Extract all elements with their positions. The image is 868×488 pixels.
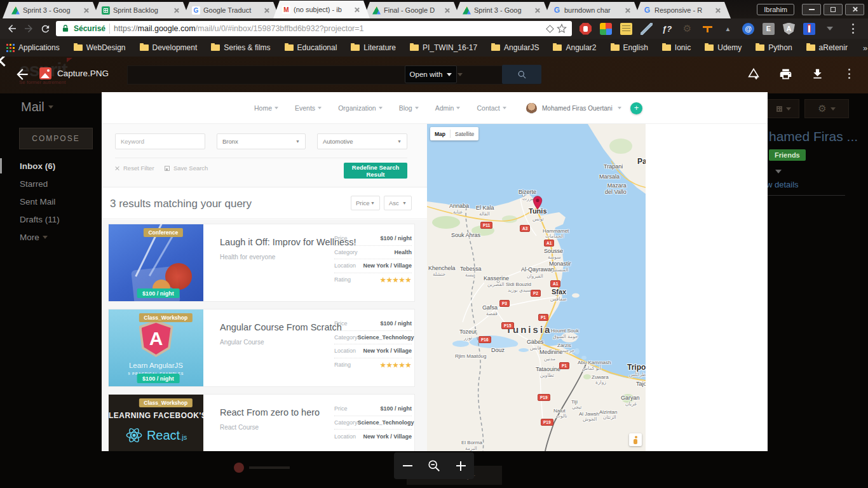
browser-profile-button[interactable]: Ibrahim — [757, 4, 794, 15]
omnibox-action-icon[interactable] — [546, 25, 554, 33]
chevron-down-icon[interactable] — [824, 23, 836, 35]
angular-thumbnail[interactable]: Class_WorkshopALearn AngularJS5 PRACTICA… — [109, 309, 203, 386]
forward-button[interactable] — [20, 20, 37, 37]
print-button[interactable] — [778, 66, 793, 81]
location-select[interactable]: Bronx▼ — [217, 133, 306, 149]
back-button[interactable] — [4, 20, 20, 37]
map-type-satellite[interactable]: Satellite — [451, 131, 478, 137]
gear-icon[interactable]: ⚙ — [681, 23, 693, 35]
zoom-reset-button[interactable] — [424, 456, 444, 475]
google-plus-icon[interactable] — [600, 23, 612, 35]
adblock-icon[interactable] — [580, 23, 592, 35]
listing-title[interactable]: Angular Course From Scratch — [220, 322, 342, 332]
keyword-input[interactable] — [115, 133, 205, 149]
bookmark-folder[interactable]: Python — [756, 43, 792, 52]
add-to-drive-button[interactable] — [746, 66, 761, 81]
category-select[interactable]: Automotive▼ — [317, 133, 407, 149]
address-bar[interactable]: Sécurisé https://mail.google.com/mail/u/… — [56, 21, 572, 36]
bookmark-folder[interactable]: PI_TWIN_16-17 — [410, 43, 477, 52]
browser-tab[interactable]: Final - Google D — [363, 2, 460, 18]
sort-direction-select[interactable]: Asc▼ — [384, 196, 412, 210]
bookmark-folder[interactable]: English — [611, 43, 648, 52]
bookmarks-overflow-chevron[interactable]: » — [863, 43, 867, 53]
eyedropper-icon[interactable] — [641, 23, 653, 35]
more-options-button[interactable] — [841, 66, 857, 81]
download-button[interactable] — [810, 66, 825, 81]
sort-field-select[interactable]: Price▼ — [351, 196, 380, 210]
bookmark-folder[interactable]: Ionic — [662, 43, 691, 52]
zoom-out-button[interactable] — [398, 456, 417, 475]
tab-close-icon[interactable] — [444, 8, 450, 13]
listing-title[interactable]: React From zero to hero — [220, 407, 320, 417]
tampermonkey-icon[interactable] — [702, 23, 714, 35]
add-listing-button[interactable]: + — [630, 102, 642, 114]
browser-tab[interactable]: Sprint 3 - Goog — [3, 2, 99, 18]
tab-close-icon[interactable] — [715, 8, 721, 13]
user-menu[interactable]: Mohamed Firas Ouertani — [526, 92, 621, 124]
browser-tab[interactable]: Google Traduct — [183, 2, 280, 18]
map-marker-pin[interactable] — [532, 196, 543, 212]
react-thumbnail[interactable]: Class_WorkshopLEARNING FACEBOOK'SReact.j… — [109, 395, 203, 451]
tab-close-icon[interactable] — [173, 8, 179, 13]
bookmark-folder[interactable]: Educational — [285, 43, 337, 52]
bookmark-folder[interactable]: Angular2 — [553, 43, 596, 52]
function-question-icon[interactable]: ƒ? — [661, 23, 673, 35]
bookmark-folder[interactable]: WebDesign — [74, 43, 126, 52]
shield-a-icon[interactable]: A — [783, 23, 795, 35]
bookmark-folder[interactable]: Development — [140, 43, 198, 52]
map-type-control: MapSatellite — [430, 127, 478, 140]
gmail-settings-button-dimmed: ⚙ — [804, 99, 849, 118]
close-preview-button[interactable] — [14, 66, 31, 83]
bookmark-label: AngularJS — [504, 43, 539, 52]
chevron-down-icon — [447, 73, 452, 76]
browser-tab[interactable]: Sprint Backlog — [93, 2, 189, 18]
nav-item-contact[interactable]: Contact — [477, 104, 506, 112]
reset-filter-button[interactable]: Reset Filter — [115, 165, 154, 172]
street-view-pegman[interactable] — [629, 433, 642, 446]
open-with-button[interactable]: Open with — [405, 65, 457, 83]
nav-item-admin[interactable]: Admin — [435, 104, 461, 112]
at-badge-icon[interactable]: @ — [742, 23, 754, 35]
browser-tab[interactable]: burndown char — [544, 2, 641, 18]
reload-button[interactable] — [37, 20, 53, 37]
browser-tab-active[interactable]: (no subject) - ib — [273, 1, 370, 18]
detail-row: LocationNew York / Village — [334, 430, 412, 444]
listing-details: Price$100 / nightCategoryHealthLocationN… — [334, 232, 412, 287]
bookmark-folder[interactable]: AngularJS — [491, 43, 539, 52]
nav-item-home[interactable]: Home — [254, 104, 278, 112]
bookmark-folder[interactable]: Series & films — [211, 43, 270, 52]
tab-close-icon[interactable] — [625, 8, 630, 13]
browser-tab[interactable]: Sprint 3 - Goog — [454, 2, 550, 18]
lighthouse-icon[interactable] — [803, 23, 815, 35]
redefine-search-button[interactable]: Redefine Search Result — [344, 163, 407, 179]
e-badge-icon[interactable]: E — [763, 23, 775, 35]
map-type-map[interactable]: Map — [430, 131, 450, 137]
nav-item-blog[interactable]: Blog — [399, 104, 419, 112]
tab-close-icon[interactable] — [264, 8, 269, 13]
tab-close-icon[interactable] — [354, 7, 360, 13]
nav-item-organization[interactable]: Organization — [338, 104, 383, 112]
drive-offline-icon[interactable]: ▲ — [722, 23, 734, 35]
wellness-thumbnail[interactable]: Conference$100 / night — [109, 224, 203, 301]
notes-icon[interactable] — [620, 23, 632, 35]
google-map[interactable]: MapSatellite PalemTrapaniMarsalaMazara d… — [427, 124, 646, 451]
bookmark-star-icon[interactable] — [557, 24, 567, 34]
window-close-button[interactable] — [845, 4, 864, 15]
tab-close-icon[interactable] — [534, 8, 540, 13]
browser-tab[interactable]: Responsive - R — [634, 2, 731, 18]
save-search-button[interactable]: Save Search — [165, 165, 208, 172]
folder-icon — [410, 44, 419, 51]
search-button[interactable] — [502, 65, 541, 84]
chevron-down-icon — [275, 107, 278, 109]
bookmark-folder[interactable]: Udemy — [705, 43, 742, 52]
bookmark-apps[interactable]: Applications — [6, 43, 60, 52]
tab-title: Google Traduct — [203, 6, 261, 14]
bookmark-folder[interactable]: Literature — [351, 43, 396, 52]
window-restore-button[interactable] — [824, 4, 843, 15]
zoom-in-button[interactable] — [451, 456, 470, 475]
window-minimize-button[interactable] — [802, 4, 821, 15]
bookmark-folder[interactable]: aRetenir — [806, 43, 848, 52]
browser-menu-button[interactable] — [844, 20, 861, 37]
tab-close-icon[interactable] — [83, 8, 89, 13]
nav-item-events[interactable]: Events — [295, 104, 322, 112]
